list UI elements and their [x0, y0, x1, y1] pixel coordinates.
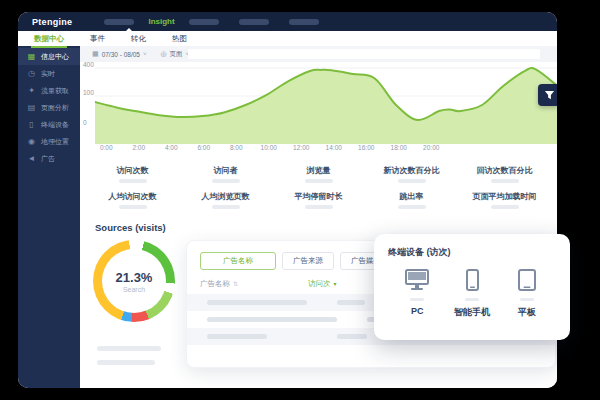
page-filter-dropdown[interactable]: ◎ 页面 ˅ — [160, 50, 189, 59]
filter-search-input[interactable] — [188, 49, 540, 59]
metric-label: 人均浏览页数 — [179, 191, 272, 202]
metric-浏览量[interactable]: 浏览量 — [272, 162, 365, 188]
donut-center-label: Search — [123, 286, 145, 293]
desktop-icon — [405, 269, 429, 295]
device-value-placeholder — [520, 298, 534, 301]
nav-pill[interactable] — [104, 19, 134, 25]
ptengine-logo[interactable]: Ptengine — [32, 17, 72, 27]
chevron-down-icon: ˅ — [143, 51, 147, 57]
column-header-name[interactable]: 广告名称⇅ — [200, 279, 238, 289]
metric-value-placeholder — [119, 205, 147, 209]
metric-label: 平均停留时长 — [272, 191, 365, 202]
sidebar-item-实时[interactable]: ◷实时 — [18, 65, 80, 82]
chart-filter-button[interactable] — [538, 84, 557, 106]
metric-label: 访问次数 — [86, 165, 179, 176]
metric-label: 浏览量 — [272, 165, 365, 176]
metric-跳出率[interactable]: 跳出率 — [365, 188, 458, 214]
nav-pill[interactable] — [189, 19, 219, 25]
metric-label: 人均访问次数 — [86, 191, 179, 202]
donut-center: 21.3% Search — [102, 249, 166, 313]
top-navbar: Ptengine Insight — [18, 12, 557, 31]
filter-bar: ▦ 07/30 - 08/05 ˅ ◎ 页面 ˅ — [80, 46, 557, 62]
sidebar-item-流量获取[interactable]: ✦流量获取 — [18, 82, 80, 99]
sidebar: ▦信息中心◷实时✦流量获取▤页面分析▯终端设备◉地理位置◄广告 — [18, 46, 80, 388]
tab-数据中心[interactable]: 数据中心 — [34, 32, 64, 46]
clock-icon: ◷ — [27, 69, 36, 78]
metric-人均访问次数[interactable]: 人均访问次数 — [86, 188, 179, 214]
metric-平均停留时长[interactable]: 平均停留时长 — [272, 188, 365, 214]
sidebar-item-页面分析[interactable]: ▤页面分析 — [18, 99, 80, 116]
device-智能手机[interactable]: 智能手机 — [445, 269, 500, 319]
device-平板[interactable]: 平板 — [499, 269, 554, 319]
traffic-area-chart[interactable] — [95, 64, 557, 144]
metric-label: 新访次数百分比 — [365, 165, 458, 176]
device-overlay-card: 终端设备 (访次) PC智能手机平板 — [374, 234, 570, 340]
metric-value-placeholder — [491, 205, 519, 209]
metric-新访次数百分比[interactable]: 新访次数百分比 — [365, 162, 458, 188]
section-tabs: 数据中心事件转化热图 — [18, 31, 557, 46]
device-row: PC智能手机平板 — [388, 269, 556, 319]
metric-value-placeholder — [212, 205, 240, 209]
nav-item-insight[interactable]: Insight — [148, 17, 174, 26]
page-icon: ◎ — [160, 50, 166, 58]
tab-转化[interactable]: 转化 — [131, 32, 146, 46]
funnel-icon — [544, 90, 555, 101]
sidebar-item-信息中心[interactable]: ▦信息中心 — [18, 48, 80, 65]
tablet-icon — [518, 269, 536, 295]
metrics-row: 访问次数访问者浏览量新访次数百分比回访次数百分比 — [86, 162, 551, 188]
device-icon: ▯ — [27, 120, 36, 129]
nav-pill[interactable] — [289, 19, 319, 25]
sidebar-item-label: 终端设备 — [41, 120, 69, 130]
metric-label: 页面平均加载时间 — [458, 191, 551, 202]
sidebar-item-终端设备[interactable]: ▯终端设备 — [18, 116, 80, 133]
tab-事件[interactable]: 事件 — [90, 32, 105, 46]
sidebar-item-label: 信息中心 — [41, 52, 69, 62]
megaphone-icon: ◄ — [27, 154, 36, 163]
metrics-row: 人均访问次数人均浏览页数平均停留时长跳出率页面平均加载时间 — [86, 188, 551, 214]
metric-人均浏览页数[interactable]: 人均浏览页数 — [179, 188, 272, 214]
smartphone-icon — [466, 269, 479, 295]
placeholder-bar — [97, 346, 161, 351]
x-axis-tick: 20:00 — [410, 144, 453, 151]
donut-center-value: 21.3% — [116, 270, 153, 285]
metrics-grid: 访问次数访问者浏览量新访次数百分比回访次数百分比 人均访问次数人均浏览页数平均停… — [86, 162, 551, 214]
metric-value-placeholder — [305, 205, 333, 209]
ads-tab-广告名称[interactable]: 广告名称 — [200, 252, 276, 270]
sources-donut-chart[interactable]: 21.3% Search — [93, 240, 175, 322]
placeholder-bar — [97, 360, 155, 365]
metric-访问者[interactable]: 访问者 — [179, 162, 272, 188]
metric-回访次数百分比[interactable]: 回访次数百分比 — [458, 162, 551, 188]
metric-value-placeholder — [491, 179, 519, 183]
sidebar-item-label: 地理位置 — [41, 137, 69, 147]
page-analysis-icon: ▤ — [27, 103, 36, 112]
metric-label: 回访次数百分比 — [458, 165, 551, 176]
device-label: 智能手机 — [454, 306, 490, 319]
device-value-placeholder — [465, 298, 479, 301]
metric-value-placeholder — [398, 205, 426, 209]
date-range-picker[interactable]: ▦ 07/30 - 08/05 ˅ — [92, 50, 146, 58]
globe-icon: ◉ — [27, 137, 36, 146]
ads-tab-广告来源[interactable]: 广告来源 — [282, 252, 334, 270]
nav-pill[interactable] — [239, 19, 269, 25]
sort-icon[interactable]: ⇅ — [233, 281, 238, 287]
metric-访问次数[interactable]: 访问次数 — [86, 162, 179, 188]
sort-desc-icon: ▾ — [334, 281, 337, 287]
metric-页面平均加载时间[interactable]: 页面平均加载时间 — [458, 188, 551, 214]
device-PC[interactable]: PC — [390, 269, 445, 319]
device-label: PC — [411, 306, 424, 316]
metric-value-placeholder — [212, 179, 240, 183]
traffic-icon: ✦ — [27, 86, 36, 95]
calendar-icon: ▦ — [92, 50, 99, 58]
column-header-visits[interactable]: 访问次▾ — [308, 279, 337, 289]
grid-icon: ▦ — [27, 52, 36, 61]
sources-section-title: Sources (visits) — [95, 222, 166, 233]
tab-热图[interactable]: 热图 — [172, 32, 187, 46]
chart-area-fill — [95, 68, 557, 144]
metric-value-placeholder — [398, 179, 426, 183]
metric-value-placeholder — [119, 179, 147, 183]
sidebar-item-label: 流量获取 — [41, 86, 69, 96]
metric-label: 跳出率 — [365, 191, 458, 202]
sidebar-item-广告[interactable]: ◄广告 — [18, 150, 80, 167]
sidebar-item-label: 广告 — [41, 154, 55, 164]
sidebar-item-地理位置[interactable]: ◉地理位置 — [18, 133, 80, 150]
